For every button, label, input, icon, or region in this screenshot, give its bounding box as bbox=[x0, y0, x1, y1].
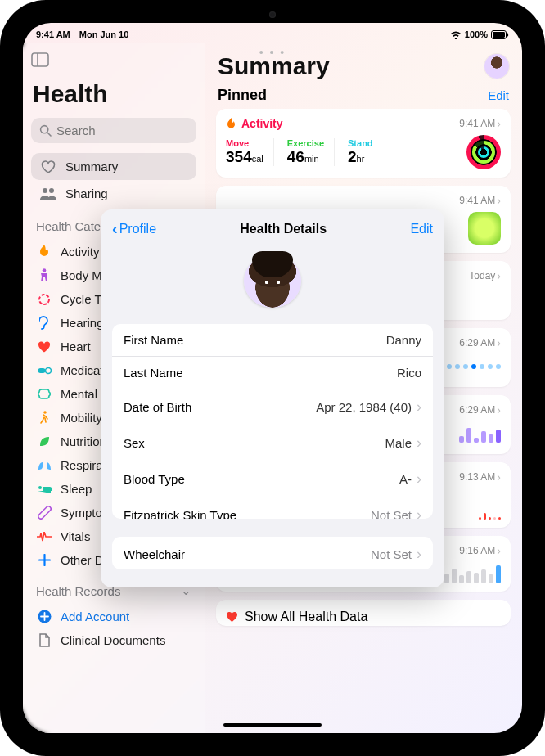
detail-row-wheelchair[interactable]: Wheelchair Not Set bbox=[112, 537, 433, 569]
device-camera bbox=[269, 11, 276, 18]
card-time: 6:29 AM bbox=[459, 403, 501, 416]
modal-edit-button[interactable]: Edit bbox=[410, 222, 433, 236]
stand-label: Stand bbox=[348, 138, 373, 148]
home-indicator[interactable] bbox=[223, 723, 322, 727]
bed-icon bbox=[36, 484, 52, 494]
detail-value: Not Set bbox=[371, 506, 421, 519]
sidebar-nav-summary[interactable]: Summary bbox=[31, 153, 196, 180]
stand-value: 2 bbox=[348, 148, 357, 165]
modal-title: Health Details bbox=[240, 222, 327, 236]
svg-line-6 bbox=[47, 133, 51, 136]
details-form-group: First Name DannyLast Name RicoDate of Bi… bbox=[112, 324, 433, 519]
search-input[interactable] bbox=[56, 124, 205, 137]
category-label: Nutrition bbox=[61, 434, 106, 448]
wheelchair-form-group: Wheelchair Not Set bbox=[112, 537, 433, 569]
ecg-icon bbox=[36, 532, 52, 542]
multitask-indicator[interactable]: • • • bbox=[259, 46, 286, 59]
detail-row-blood-type[interactable]: Blood Type A- bbox=[112, 461, 433, 497]
badge-icon bbox=[468, 212, 501, 245]
svg-point-11 bbox=[39, 295, 49, 304]
show-all-health-data[interactable]: Show All Health Data bbox=[216, 600, 511, 626]
pinned-edit-button[interactable]: Edit bbox=[488, 88, 509, 102]
category-label: Vitals bbox=[61, 529, 90, 543]
hr-dot-icon bbox=[479, 517, 481, 520]
wifi-icon bbox=[450, 30, 462, 39]
flame-icon bbox=[36, 245, 52, 259]
ipad-frame: 9:41 AM Mon Jun 10 100% • • • Health bbox=[0, 0, 545, 756]
card-time: 9:41 AM bbox=[459, 194, 501, 207]
detail-label: Blood Type bbox=[124, 472, 185, 486]
move-unit: cal bbox=[252, 154, 263, 164]
heart-icon bbox=[226, 611, 238, 623]
nav-label: Sharing bbox=[65, 187, 108, 200]
back-button[interactable]: ‹ Profile bbox=[112, 219, 156, 238]
card-time: 6:29 AM bbox=[459, 336, 501, 349]
exercise-unit: min bbox=[304, 154, 319, 164]
category-label: Mobility bbox=[61, 411, 102, 425]
profile-avatar-button[interactable] bbox=[484, 54, 509, 79]
flame-icon bbox=[226, 118, 236, 130]
activity-title: Activity bbox=[241, 117, 283, 130]
heart-icon bbox=[36, 341, 52, 353]
detail-row-last-name: Last Name Rico bbox=[112, 357, 433, 389]
activity-card[interactable]: Activity 9:41 AM Move 354cal Exercise bbox=[216, 109, 511, 178]
exercise-label: Exercise bbox=[287, 138, 324, 148]
category-label: Heart bbox=[61, 340, 91, 353]
battery-percent: 100% bbox=[465, 29, 488, 39]
search-field[interactable] bbox=[31, 118, 196, 143]
card-time: Today bbox=[469, 269, 501, 282]
svg-point-5 bbox=[41, 126, 48, 133]
app-title: Health bbox=[31, 77, 196, 115]
detail-value: Danny bbox=[386, 333, 421, 347]
svg-point-14 bbox=[43, 411, 47, 414]
lungs-icon bbox=[36, 459, 52, 471]
plus-icon bbox=[36, 554, 52, 566]
svg-point-10 bbox=[43, 268, 47, 272]
ear-icon bbox=[36, 316, 52, 330]
dot-chart-icon bbox=[447, 354, 501, 379]
detail-value: Not Set bbox=[371, 546, 421, 563]
heart-rate-time: 9:13 AM bbox=[459, 470, 501, 484]
record-add-account[interactable]: Add Account bbox=[31, 605, 196, 628]
walk-icon bbox=[36, 411, 52, 425]
search-icon bbox=[39, 124, 52, 137]
detail-value: A- bbox=[399, 470, 421, 488]
sidebar-nav-sharing[interactable]: Sharing bbox=[31, 180, 196, 207]
svg-rect-15 bbox=[38, 506, 52, 520]
move-value: 354 bbox=[226, 148, 252, 165]
show-all-label: Show All Health Data bbox=[245, 610, 367, 624]
detail-label: Last Name bbox=[124, 366, 183, 380]
pills-icon bbox=[36, 366, 52, 376]
profile-memoji[interactable] bbox=[244, 254, 301, 308]
record-clinical-documents[interactable]: Clinical Documents bbox=[31, 628, 196, 652]
detail-row-fitzpatrick-skin-type[interactable]: Fitzpatrick Skin Type Not Set bbox=[112, 497, 433, 519]
svg-rect-1 bbox=[493, 32, 505, 38]
people-icon bbox=[39, 187, 57, 200]
activity-time: 9:41 AM bbox=[459, 117, 501, 130]
detail-row-sex[interactable]: Sex Male bbox=[112, 425, 433, 461]
move-label: Move bbox=[226, 138, 263, 148]
nav-label: Summary bbox=[65, 160, 118, 173]
exercise-value: 46 bbox=[287, 148, 304, 165]
activity-rings-icon bbox=[466, 135, 501, 169]
daylight-bars-icon bbox=[444, 562, 501, 583]
detail-label: Date of Birth bbox=[124, 400, 191, 414]
stand-unit: hr bbox=[357, 154, 365, 164]
back-label: Profile bbox=[119, 222, 156, 236]
daylight-time: 9:16 AM bbox=[459, 544, 501, 557]
status-bar: 9:41 AM Mon Jun 10 100% bbox=[23, 23, 522, 43]
health-details-modal: ‹ Profile Health Details Edit First Name… bbox=[101, 209, 444, 587]
detail-value: Apr 22, 1984 (40) bbox=[316, 398, 421, 416]
sidebar-toggle-icon[interactable] bbox=[31, 52, 51, 69]
record-label: Clinical Documents bbox=[61, 633, 165, 647]
svg-rect-2 bbox=[507, 33, 509, 36]
detail-row-first-name: First Name Danny bbox=[112, 324, 433, 357]
svg-point-8 bbox=[43, 188, 47, 193]
category-label: Sleep bbox=[61, 482, 92, 496]
doc-icon bbox=[36, 633, 52, 647]
svg-rect-12 bbox=[38, 368, 45, 373]
record-label: Add Account bbox=[61, 610, 129, 623]
detail-row-date-of-birth[interactable]: Date of Birth Apr 22, 1984 (40) bbox=[112, 389, 433, 425]
screen: 9:41 AM Mon Jun 10 100% • • • Health bbox=[23, 23, 522, 733]
bar-chart-icon bbox=[459, 421, 501, 443]
